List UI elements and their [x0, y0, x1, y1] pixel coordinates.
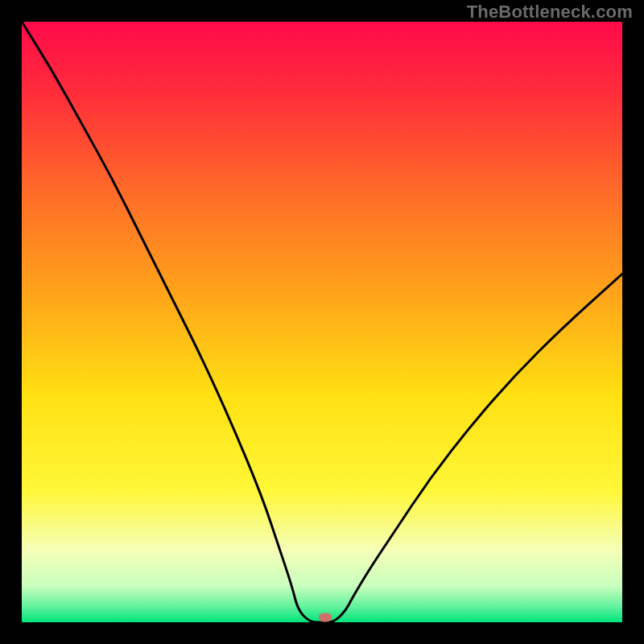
optimum-marker: [319, 613, 332, 622]
plot-area: [22, 22, 622, 622]
bottleneck-curve: [22, 22, 622, 622]
chart-container: TheBottleneck.com: [0, 0, 644, 644]
attribution-label: TheBottleneck.com: [467, 2, 633, 23]
curve-layer: [22, 22, 622, 622]
